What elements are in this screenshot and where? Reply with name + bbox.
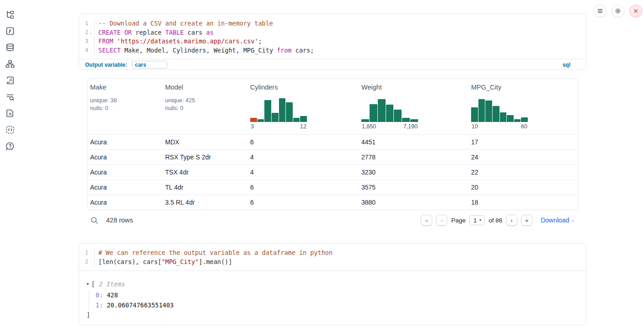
table-row: AcuraTSX 4dr4323022 [87, 164, 578, 180]
output-tree-body: 0: 4281: 20.060747663551403 [89, 290, 579, 310]
histogram-range-labels: 1060 [471, 123, 528, 130]
histogram-bar [500, 112, 507, 122]
table-cell: 4 [247, 150, 359, 164]
histogram-bar [264, 100, 271, 122]
column-header-cylinders[interactable]: Cylinders312 [247, 79, 359, 134]
histogram-bar [507, 115, 514, 122]
column-histogram: 1060 [471, 98, 528, 130]
table-row: AcuraTL 4dr6357520 [87, 180, 578, 195]
histogram-range-labels: 1,8507,190 [361, 123, 418, 130]
column-stats: unique: 425nulls: 0 [165, 97, 244, 112]
chevron-down-icon: ▼ [478, 218, 482, 222]
function-icon[interactable] [5, 26, 15, 36]
column-name: MPG_City [471, 84, 575, 91]
search-icon[interactable] [91, 217, 98, 224]
table-cell: 18 [468, 195, 578, 210]
python-code-editor[interactable]: 1# We can reference the output variable … [79, 243, 586, 270]
column-histogram: 1,8507,190 [361, 98, 418, 130]
histogram-bar [293, 118, 300, 122]
code-text: SELECT Make, Model, Cylinders, Weight, M… [95, 46, 314, 55]
tree-entry: 0: 428 [96, 290, 579, 300]
first-page-button[interactable]: « [421, 215, 432, 226]
table-cell: 17 [468, 135, 578, 149]
line-number-gutter: 2⌄ [79, 28, 95, 37]
snippets-icon[interactable] [5, 125, 15, 134]
table-cell: 6 [247, 180, 359, 195]
code-text: CREATE OR replace TABLE cars as [95, 28, 214, 37]
collapse-caret-icon[interactable]: ▼ [86, 280, 89, 288]
histogram-bar [272, 113, 279, 122]
shutdown-close-icon [633, 8, 639, 14]
table-header-row: Makeunique: 38nulls: 0Modelunique: 425nu… [87, 79, 578, 134]
previous-page-button[interactable]: ‹ [436, 215, 447, 226]
table-cell: Acura [87, 195, 162, 210]
help-icon[interactable] [5, 142, 15, 151]
marimo-notebook: 1-- Download a CSV and create an in-memo… [0, 0, 644, 333]
histogram-bar [410, 119, 418, 122]
histogram-bar [493, 106, 499, 122]
menu-icon [597, 8, 603, 14]
histogram-bar [471, 107, 478, 122]
column-histogram: 312 [250, 98, 307, 130]
table-cell: 2778 [359, 150, 468, 164]
sql-cell-footer: Output variable: sql [79, 59, 586, 70]
settings-button[interactable] [612, 5, 624, 17]
menu-button[interactable] [594, 5, 606, 17]
code-text: FROM 'https://datasets.marimo.app/cars.c… [95, 37, 262, 46]
fold-chevron-icon[interactable]: ⌄ [88, 28, 93, 37]
table-cell: Acura [87, 150, 162, 164]
chevron-down-icon: ⌄ [571, 218, 574, 222]
tree-entry-key: 1: [96, 301, 103, 309]
code-text: # We can reference the output variable a… [95, 248, 333, 258]
database-icon[interactable] [5, 43, 15, 52]
next-page-button[interactable]: › [506, 215, 517, 226]
histogram-bar [386, 105, 394, 122]
column-header-weight[interactable]: Weight1,8507,190 [359, 79, 468, 134]
row-count: 428 rows [106, 217, 133, 224]
column-header-mpg_city[interactable]: MPG_City1060 [468, 79, 578, 134]
histogram-bar [250, 118, 257, 122]
file-tree-icon[interactable] [5, 10, 15, 19]
table-cell: TL 4dr [162, 180, 247, 195]
settings-gear-icon [615, 8, 621, 14]
histogram-bar [514, 119, 521, 122]
column-name: Weight [361, 84, 465, 91]
output-variable-input[interactable] [132, 61, 167, 69]
output-tree: ▼ [ 2 Items 0: 4281: 20.060747663551403 … [79, 271, 586, 325]
line-number: 2 [85, 28, 88, 37]
histogram-bar [394, 110, 402, 122]
page-total-label: of 86 [488, 217, 502, 224]
scroll-icon[interactable] [5, 76, 15, 85]
tree-entry-value: 20.060747663551403 [103, 301, 173, 309]
tree-entry-value: 428 [103, 291, 118, 299]
histogram-bar [286, 102, 293, 122]
table-row: AcuraMDX6445117 [87, 134, 578, 149]
page-select[interactable]: 1 ▼ [469, 215, 485, 225]
open-bracket: [ [91, 280, 95, 289]
last-page-button[interactable]: » [521, 215, 532, 226]
code-text: [len(cars), cars["MPG_City"].mean()] [95, 258, 232, 267]
download-button[interactable]: Download ⌄ [541, 217, 574, 224]
page-label: Page [451, 217, 466, 224]
column-header-make[interactable]: Makeunique: 38nulls: 0 [87, 79, 162, 134]
topbar-controls [594, 5, 642, 17]
shutdown-button[interactable] [629, 5, 642, 17]
close-bracket: ] [86, 310, 579, 319]
line-number: 1 [85, 248, 88, 258]
histogram-range-labels: 312 [250, 123, 307, 130]
network-icon[interactable] [5, 59, 15, 69]
table-cell: 20 [468, 180, 578, 195]
sql-code-editor[interactable]: 1-- Download a CSV and create an in-memo… [79, 14, 586, 59]
line-number: 1 [85, 19, 88, 28]
document-icon[interactable] [5, 109, 15, 118]
code-line: 4SELECT Make, Model, Cylinders, Weight, … [79, 46, 586, 55]
table-cell: 24 [468, 150, 578, 164]
column-header-model[interactable]: Modelunique: 425nulls: 0 [162, 79, 247, 134]
line-number: 2 [85, 258, 88, 267]
code-text: -- Download a CSV and create an in-memor… [95, 19, 273, 28]
table-cell: 3230 [359, 165, 468, 180]
table-cell: 3880 [359, 195, 468, 210]
histogram-bars [361, 98, 418, 122]
table-cell: 3.5 RL 4dr [162, 195, 247, 210]
log-search-icon[interactable] [5, 92, 15, 101]
